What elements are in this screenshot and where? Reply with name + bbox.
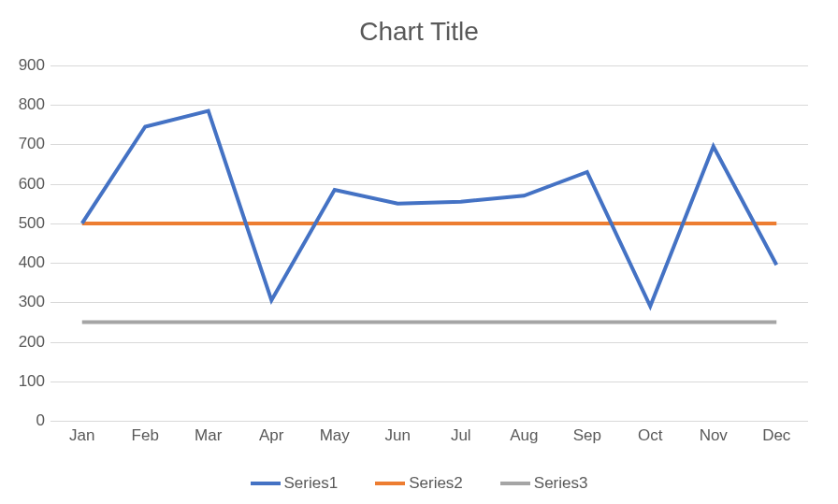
- y-tick-label: 700: [2, 135, 45, 153]
- x-tick-label: Jul: [429, 426, 493, 445]
- x-tick-label: Sep: [556, 426, 619, 445]
- chart-container: Chart Title 0 100 200 300 400 500 600 70…: [0, 0, 838, 504]
- y-tick-label: 0: [2, 411, 45, 430]
- x-tick-label: Jun: [367, 426, 430, 445]
- y-tick-label: 400: [2, 253, 45, 272]
- y-tick-label: 800: [2, 95, 45, 114]
- x-tick-label: Nov: [682, 426, 745, 445]
- legend-swatch: [375, 482, 405, 485]
- series-layer: [51, 65, 808, 421]
- x-tick-label: Feb: [114, 426, 178, 445]
- gridline: [51, 421, 808, 422]
- legend-label: Series3: [534, 474, 588, 493]
- y-tick-label: 100: [2, 372, 45, 391]
- legend-item-series2: Series2: [375, 474, 463, 493]
- legend-swatch: [500, 482, 530, 485]
- x-tick-label: Apr: [240, 426, 304, 445]
- legend-swatch: [251, 482, 281, 485]
- x-tick-label: Jan: [51, 426, 114, 445]
- y-tick-label: 300: [2, 293, 45, 311]
- legend-label: Series2: [409, 474, 463, 493]
- y-tick-label: 900: [2, 56, 45, 75]
- series1-line: [82, 111, 777, 307]
- legend: Series1 Series2 Series3: [0, 474, 838, 493]
- plot-area: [51, 65, 808, 421]
- x-tick-label: Mar: [177, 426, 240, 445]
- legend-label: Series1: [284, 474, 339, 493]
- legend-item-series1: Series1: [251, 474, 339, 493]
- y-tick-label: 500: [2, 214, 45, 233]
- x-tick-label: Aug: [493, 426, 556, 445]
- x-tick-label: Oct: [619, 426, 683, 445]
- y-tick-label: 600: [2, 175, 45, 194]
- x-tick-label: May: [303, 426, 367, 445]
- chart-title: Chart Title: [0, 17, 838, 47]
- x-tick-label: Dec: [745, 426, 809, 445]
- y-tick-label: 200: [2, 333, 45, 352]
- legend-item-series3: Series3: [500, 474, 588, 493]
